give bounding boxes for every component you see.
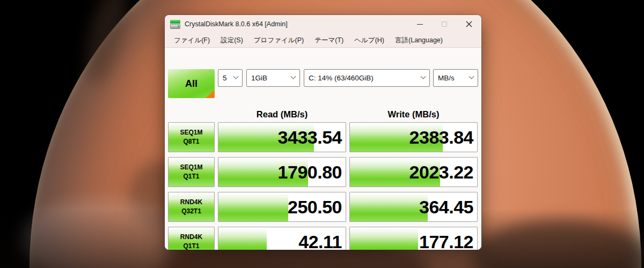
result-cell-seq1m-q8t1-write: 2383.84 [349,122,478,152]
target-drive-select[interactable]: C: 14% (63/460GiB) [304,69,430,87]
window-title: CrystalDiskMark 8.0.6 x64 [Admin] [185,20,288,28]
menu-settings[interactable]: 設定(S) [215,34,248,47]
minimize-button[interactable] [407,15,432,33]
close-icon [466,21,472,27]
result-cell-rnd4k-q32t1-write: 364.45 [349,192,478,222]
result-cell-seq1m-q8t1-read: 3433.54 [218,122,346,152]
menu-language[interactable]: 言語(Language) [390,34,448,47]
minimize-icon [417,24,423,25]
test-size-select[interactable]: 1GiB [246,69,300,87]
result-value: 177.12 [419,232,473,250]
result-value: 250.50 [288,197,342,218]
maximize-button[interactable] [432,15,457,33]
test-button-seq1m-q8t1[interactable]: SEQ1M Q8T1 [168,122,215,152]
run-all-button[interactable]: All [168,69,215,98]
result-cell-seq1m-q1t1-read: 1790.80 [218,157,346,187]
unit-select[interactable]: MB/s [433,69,478,87]
client-area: All 5 1GiB C: 14% (63/460GiB) MB/s Read … [165,48,481,250]
test-button-rnd4k-q1t1[interactable]: RND4K Q1T1 [168,227,215,250]
result-bar [350,192,428,221]
result-cell-seq1m-q1t1-write: 2023.22 [349,157,478,187]
result-cell-rnd4k-q1t1-write: 177.12 [349,227,478,250]
result-value: 1790.80 [278,162,342,183]
result-cell-rnd4k-q1t1-read: 42.11 [218,227,346,250]
crystaldiskmark-window: CrystalDiskMark 8.0.6 x64 [Admin] ファイル(F… [165,15,481,250]
unit-value: MB/s [438,74,455,82]
test-button-seq1m-q1t1[interactable]: SEQ1M Q1T1 [168,157,215,187]
test-button-rnd4k-q32t1[interactable]: RND4K Q32T1 [168,192,215,222]
result-value: 42.11 [298,232,342,250]
write-column-header: Write (MB/s) [349,109,478,120]
chevron-down-icon [291,74,296,79]
menu-file[interactable]: ファイル(F) [169,34,215,47]
close-button[interactable] [457,15,481,33]
chevron-down-icon [469,74,474,79]
run-all-label: All [185,78,197,90]
result-value: 364.45 [419,197,473,218]
menu-help[interactable]: ヘルプ(H) [349,34,390,47]
app-disk-icon [170,20,180,29]
result-value: 2023.22 [409,162,473,183]
maximize-icon [442,21,447,27]
result-value: 3433.54 [278,127,342,148]
target-drive-value: C: 14% (63/460GiB) [309,74,374,82]
menu-profile[interactable]: プロファイル(P) [248,34,309,47]
menubar: ファイル(F) 設定(S) プロファイル(P) テーマ(T) ヘルプ(H) 言語… [165,33,481,48]
test-count-select[interactable]: 5 [218,69,243,87]
test-count-value: 5 [223,74,227,82]
result-cell-rnd4k-q32t1-read: 250.50 [218,192,346,222]
titlebar[interactable]: CrystalDiskMark 8.0.6 x64 [Admin] [165,15,481,33]
test-size-value: 1GiB [251,74,267,82]
corner-triangle-icon [206,90,215,98]
result-bar [218,227,267,250]
result-bar [350,227,418,250]
chevron-down-icon [421,74,426,79]
chevron-down-icon [233,74,239,79]
result-bar [218,192,288,221]
read-column-header: Read (MB/s) [218,109,346,120]
menu-theme[interactable]: テーマ(T) [309,34,349,47]
result-value: 2383.84 [409,127,473,148]
